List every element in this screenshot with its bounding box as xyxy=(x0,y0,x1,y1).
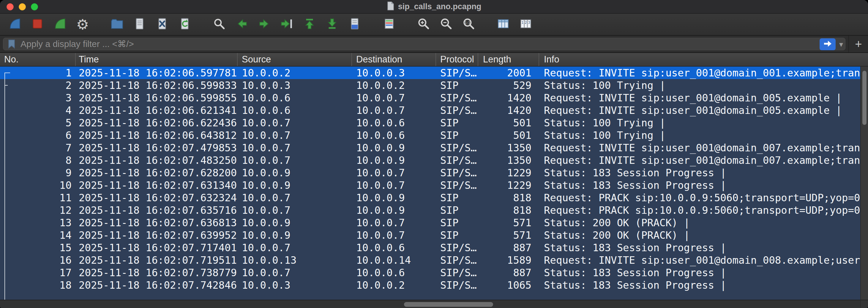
document-proxy-icon xyxy=(387,1,395,11)
packet-protocol: SIP/S… xyxy=(436,141,478,154)
packet-no: 4 xyxy=(0,104,76,116)
go-to-first-button[interactable] xyxy=(298,15,321,34)
go-forward-button[interactable] xyxy=(253,15,276,34)
packet-row[interactable]: 142025-11-18 16:02:07.63995210.0.0.910.0… xyxy=(0,229,860,242)
main-toolbar: ⚙ 1:1 123 xyxy=(0,14,868,36)
packet-time: 2025-11-18 16:02:07.631340 xyxy=(76,179,238,192)
zoom-out-button[interactable] xyxy=(435,15,458,34)
vertical-scrollbar-thumb[interactable] xyxy=(862,71,867,125)
column-header-length[interactable]: Length xyxy=(478,53,539,66)
packet-protocol: SIP xyxy=(436,204,478,217)
packet-time: 2025-11-18 16:02:07.738779 xyxy=(76,267,238,279)
vertical-scrollbar[interactable] xyxy=(860,66,868,300)
horizontal-scrollbar[interactable] xyxy=(0,300,860,308)
packet-protocol: SIP xyxy=(436,192,478,204)
packet-info: Status: 100 Trying | xyxy=(539,129,860,141)
packet-row[interactable]: 182025-11-18 16:02:07.74284610.0.0.310.0… xyxy=(0,279,860,291)
packet-row[interactable]: 102025-11-18 16:02:07.63134010.0.0.910.0… xyxy=(0,179,860,192)
zoom-reset-button[interactable]: 1:1 xyxy=(458,15,480,34)
packet-row[interactable]: 62025-11-18 16:02:06.64381210.0.0.710.0.… xyxy=(0,129,860,141)
packet-list-region: No. Time Source Destination Protocol Len… xyxy=(0,53,868,308)
restart-capture-button[interactable] xyxy=(49,15,71,34)
go-to-packet-button[interactable] xyxy=(276,15,298,34)
packet-row[interactable]: 52025-11-18 16:02:06.62243610.0.0.710.0.… xyxy=(0,116,860,129)
packet-length: 2001 xyxy=(478,66,539,79)
packet-length: 1229 xyxy=(478,179,539,192)
column-header-source[interactable]: Source xyxy=(238,53,352,66)
packet-no: 5 xyxy=(0,116,76,129)
open-file-button[interactable] xyxy=(106,15,128,34)
column-numbers-button[interactable]: 123 xyxy=(515,15,537,34)
column-header-destination[interactable]: Destination xyxy=(352,53,436,66)
resize-columns-button[interactable] xyxy=(492,15,515,34)
numbered-columns-icon: 123 xyxy=(519,17,533,32)
reload-file-button[interactable] xyxy=(174,15,196,34)
apply-filter-button[interactable] xyxy=(819,38,836,50)
column-header-no[interactable]: No. xyxy=(0,53,76,66)
packet-row[interactable]: 82025-11-18 16:02:07.48325010.0.0.710.0.… xyxy=(0,154,860,167)
packet-protocol: SIP/S… xyxy=(436,66,478,79)
packet-protocol: SIP xyxy=(436,217,478,229)
horizontal-scrollbar-thumb[interactable] xyxy=(404,302,493,307)
packet-time: 2025-11-18 16:02:06.621341 xyxy=(76,104,238,116)
packet-no: 18 xyxy=(0,279,76,291)
packet-no: 1 xyxy=(0,66,76,79)
stop-capture-button[interactable] xyxy=(26,15,49,34)
arrow-down-bar-icon xyxy=(325,17,339,32)
packet-row[interactable]: 42025-11-18 16:02:06.62134110.0.0.610.0.… xyxy=(0,104,860,116)
packet-time: 2025-11-18 16:02:06.622436 xyxy=(76,116,238,129)
packet-row[interactable]: 22025-11-18 16:02:06.59983310.0.0.310.0.… xyxy=(0,79,860,91)
add-filter-button[interactable]: + xyxy=(848,36,868,52)
packet-row[interactable]: 152025-11-18 16:02:07.71740110.0.0.710.0… xyxy=(0,242,860,254)
close-file-button[interactable] xyxy=(151,15,174,34)
fullscreen-window-button[interactable] xyxy=(31,3,38,10)
packet-destination: 10.0.0.7 xyxy=(352,229,436,242)
table-columns-icon xyxy=(496,17,510,32)
packet-source: 10.0.0.7 xyxy=(238,129,352,141)
traffic-lights xyxy=(6,0,38,14)
packet-row[interactable]: 12025-11-18 16:02:06.59778110.0.0.210.0.… xyxy=(0,66,860,79)
colorize-button[interactable] xyxy=(378,15,400,34)
packet-no: 2 xyxy=(0,79,76,91)
packet-destination: 10.0.0.9 xyxy=(352,204,436,217)
packet-destination: 10.0.0.7 xyxy=(352,167,436,179)
packet-protocol: SIP xyxy=(436,79,478,91)
packet-row[interactable]: 172025-11-18 16:02:07.73877910.0.0.710.0… xyxy=(0,267,860,279)
capture-options-button[interactable]: ⚙ xyxy=(71,15,94,34)
go-to-last-button[interactable] xyxy=(321,15,343,34)
packet-info: Request: INVITE sip:user_001@domain_005.… xyxy=(539,104,860,116)
column-header-info[interactable]: Info xyxy=(539,53,868,66)
minimize-window-button[interactable] xyxy=(19,3,26,10)
packet-no: 12 xyxy=(0,204,76,217)
display-filter-input[interactable] xyxy=(3,38,845,50)
packet-time: 2025-11-18 16:02:07.635716 xyxy=(76,204,238,217)
packet-row[interactable]: 92025-11-18 16:02:07.62820010.0.0.910.0.… xyxy=(0,167,860,179)
packet-row[interactable]: 122025-11-18 16:02:07.63571610.0.0.710.0… xyxy=(0,204,860,217)
packet-row[interactable]: 112025-11-18 16:02:07.63232410.0.0.710.0… xyxy=(0,192,860,204)
column-header-time[interactable]: Time xyxy=(76,53,238,66)
packet-no: 6 xyxy=(0,129,76,141)
packet-row[interactable]: 132025-11-18 16:02:07.63681310.0.0.910.0… xyxy=(0,217,860,229)
packet-protocol: SIP xyxy=(436,116,478,129)
packet-row[interactable]: 72025-11-18 16:02:07.47985310.0.0.710.0.… xyxy=(0,141,860,154)
close-window-button[interactable] xyxy=(6,3,14,10)
packet-row[interactable]: 162025-11-18 16:02:07.71951110.0.0.1310.… xyxy=(0,254,860,267)
filter-bookmark-icon[interactable] xyxy=(8,39,16,50)
reload-icon xyxy=(178,17,192,32)
auto-scroll-button[interactable] xyxy=(343,15,366,34)
go-back-button[interactable] xyxy=(230,15,253,34)
start-capture-button[interactable] xyxy=(4,15,26,34)
packet-destination: 10.0.0.6 xyxy=(352,267,436,279)
packet-info: Status: 100 Trying | xyxy=(539,79,860,91)
packet-time: 2025-11-18 16:02:07.628200 xyxy=(76,167,238,179)
filter-dropdown-icon[interactable]: ▾ xyxy=(839,40,843,49)
packet-source: 10.0.0.6 xyxy=(238,104,352,116)
find-packet-button[interactable] xyxy=(208,15,230,34)
zoom-in-button[interactable] xyxy=(412,15,435,34)
save-file-button[interactable] xyxy=(128,15,151,34)
column-header-protocol[interactable]: Protocol xyxy=(436,53,478,66)
document-icon xyxy=(133,17,147,32)
zoom-in-icon xyxy=(417,17,430,32)
packet-row[interactable]: 32025-11-18 16:02:06.59985510.0.0.610.0.… xyxy=(0,91,860,104)
packet-time: 2025-11-18 16:02:07.636813 xyxy=(76,217,238,229)
